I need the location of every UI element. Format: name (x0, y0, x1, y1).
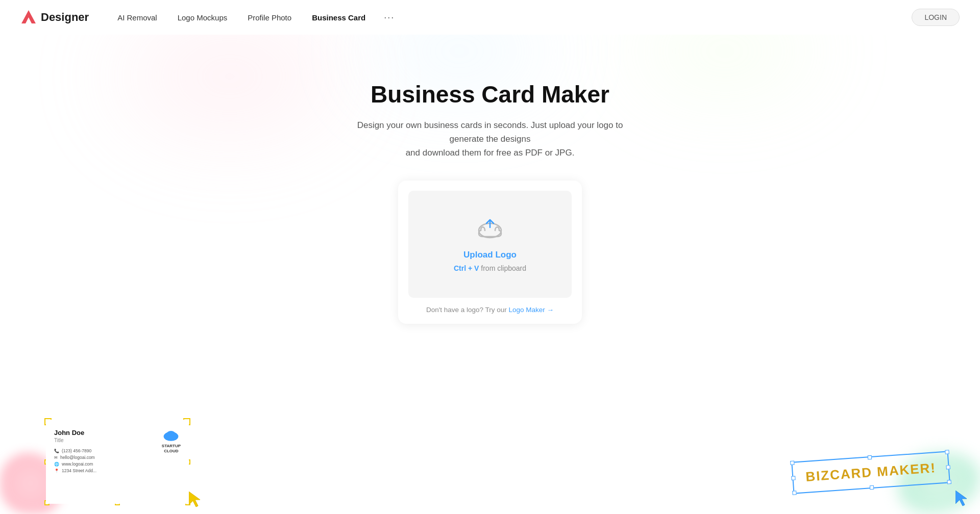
svg-marker-11 (955, 491, 967, 506)
svg-rect-9 (166, 436, 177, 440)
stamp-box: BIZCARD MAKER! (791, 451, 950, 494)
web-icon: 🌐 (54, 462, 59, 467)
card-address: 📍 1234 Street Add... (54, 468, 96, 473)
biz-card-info: John Doe Title 📞 (123) 456-7890 ✉ hello@… (54, 429, 96, 475)
biz-card-frame: John Doe Title 📞 (123) 456-7890 ✉ hello@… (46, 420, 189, 504)
page-subtitle: Design your own business cards in second… (347, 118, 633, 160)
logo-icon (20, 9, 37, 25)
logo[interactable]: Designer (20, 9, 89, 25)
startup-cloud-svg (162, 429, 180, 442)
arrow-cursor-icon-right (955, 491, 970, 507)
location-icon: 📍 (54, 469, 59, 473)
main-content: Business Card Maker Design your own busi… (0, 35, 980, 324)
stamp-area: BIZCARD MAKER! (792, 456, 949, 489)
biz-card-content: John Doe Title 📞 (123) 456-7890 ✉ hello@… (46, 420, 189, 504)
stamp-handle-mr (946, 465, 950, 470)
stamp-handle-bm (870, 485, 874, 490)
upload-hint: Ctrl + V from clipboard (454, 264, 526, 272)
card-email: ✉ hello@logoai.com (54, 455, 96, 460)
nav-more[interactable]: ··· (378, 8, 401, 27)
nav-profile-photo[interactable]: Profile Photo (239, 9, 300, 26)
card-phone: 📞 (123) 456-7890 (54, 448, 96, 453)
card-title: Title (54, 438, 96, 443)
svg-marker-10 (189, 492, 200, 507)
nav-business-card[interactable]: Business Card (304, 9, 374, 26)
stamp-handle-ml (791, 476, 796, 480)
upload-cloud-icon (475, 216, 505, 242)
stamp-text: BIZCARD MAKER! (805, 460, 937, 485)
logo-maker-link[interactable]: Logo Maker → (509, 306, 554, 314)
nav-logo-mockups[interactable]: Logo Mockups (169, 9, 236, 26)
email-icon: ✉ (54, 455, 58, 460)
stamp-handle-tr (945, 450, 949, 454)
nav-links: AI Removal Logo Mockups Profile Photo Bu… (109, 8, 912, 27)
stamp-handle-tm (868, 455, 872, 460)
stamp-handle-br (947, 480, 951, 484)
biz-card-preview: John Doe Title 📞 (123) 456-7890 ✉ hello@… (46, 420, 189, 504)
phone-icon: 📞 (54, 449, 59, 453)
arrow-cursor-icon-left (189, 492, 203, 508)
navbar: Designer AI Removal Logo Mockups Profile… (0, 0, 980, 35)
upload-label: Upload Logo (463, 250, 517, 260)
brand-name: Designer (41, 11, 89, 24)
stamp-handle-bl (792, 491, 797, 495)
stamp-handle-tl (790, 460, 795, 465)
svg-marker-0 (21, 10, 36, 23)
login-button[interactable]: LOGIN (912, 9, 960, 26)
nav-ai-removal[interactable]: AI Removal (109, 9, 165, 26)
card-website: 🌐 www.logoai.com (54, 461, 96, 467)
cursor-arrow-right (955, 491, 970, 509)
upload-footer: Don't have a logo? Try our Logo Maker → (408, 306, 572, 314)
biz-card-logo: STARTUP CLOUD (162, 429, 181, 453)
card-name: John Doe (54, 429, 96, 436)
page-title: Business Card Maker (371, 81, 609, 108)
cursor-arrow-left (189, 492, 203, 510)
company-name: STARTUP CLOUD (162, 444, 181, 453)
upload-container: Upload Logo Ctrl + V from clipboard Don'… (398, 181, 582, 324)
upload-area[interactable]: Upload Logo Ctrl + V from clipboard (408, 191, 572, 298)
